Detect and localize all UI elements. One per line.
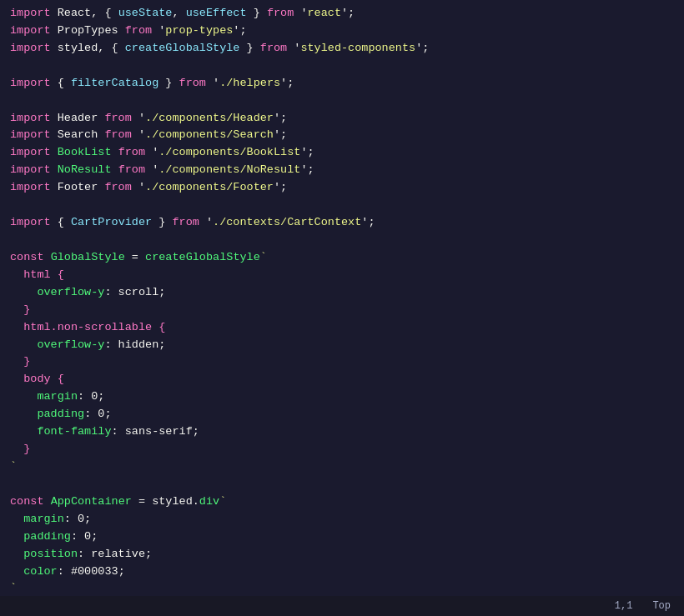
code-line (7, 93, 684, 110)
code-line: import PropTypes from 'prop-types'; (7, 23, 684, 40)
code-line: import styled, { createGlobalStyle } fro… (7, 40, 684, 58)
code-line: color: #000033; (7, 563, 684, 581)
code-line: padding: 0; (7, 406, 684, 423)
code-line: import Header from './components/Header'… (7, 110, 684, 128)
code-line: position: relative; (7, 546, 684, 563)
cursor-position: 1,1 (615, 598, 633, 614)
code-line: import Search from './components/Search'… (7, 127, 684, 144)
code-line: margin: 0; (7, 388, 684, 406)
code-line (7, 476, 684, 493)
code-line: overflow-y: scroll; (7, 284, 684, 302)
code-line: font-family: sans-serif; (7, 423, 684, 441)
code-line: ` (7, 580, 684, 596)
code-line: padding: 0; (7, 528, 684, 546)
code-line: body { (7, 371, 684, 388)
code-line: import BookList from './components/BookL… (7, 144, 684, 162)
code-line: overflow-y: hidden; (7, 337, 684, 354)
code-line (7, 197, 684, 214)
code-line: import { filterCatalog } from './helpers… (7, 75, 684, 93)
code-line (7, 232, 684, 249)
code-area[interactable]: import React, { useState, useEffect } fr… (0, 0, 684, 596)
code-line: } (7, 302, 684, 319)
code-line: } (7, 441, 684, 458)
code-line: ` (7, 458, 684, 476)
code-line (7, 58, 684, 75)
scroll-position: Top (652, 598, 671, 614)
code-line: import React, { useState, useEffect } fr… (7, 5, 684, 23)
code-line: margin: 0; (7, 511, 684, 528)
code-line: const GlobalStyle = createGlobalStyle` (7, 249, 684, 267)
code-line: const AppContainer = styled.div` (7, 493, 684, 511)
code-line: import NoResult from './components/NoRes… (7, 162, 684, 179)
status-bar: 1,1 Top (0, 596, 684, 616)
code-line: } (7, 353, 684, 371)
code-line: import Footer from './components/Footer'… (7, 179, 684, 197)
code-line: html { (7, 267, 684, 284)
code-line: import { CartProvider } from './contexts… (7, 214, 684, 232)
code-line: html.non-scrollable { (7, 319, 684, 337)
code-editor: import React, { useState, useEffect } fr… (0, 0, 684, 616)
